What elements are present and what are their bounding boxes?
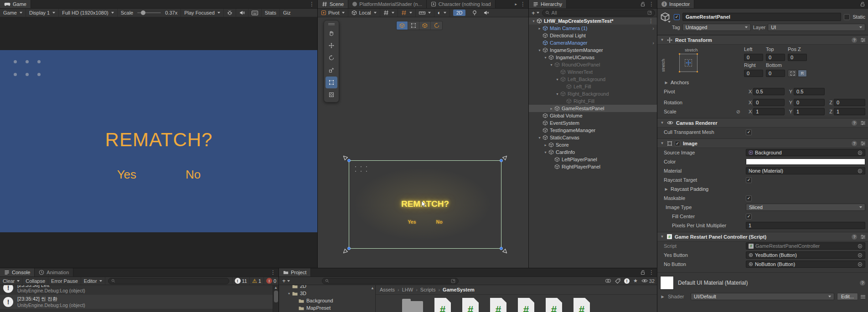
wireframe-mode-button[interactable] [419,21,431,30]
scale-y-field[interactable]: 1 [794,108,825,115]
rotation-z-field[interactable]: 0 [834,99,865,106]
prefab-open-chevron-icon[interactable]: › [652,26,656,31]
lock-icon[interactable] [640,1,646,7]
move-tool[interactable] [326,40,337,51]
hand-tool[interactable] [326,27,337,39]
mute-audio-button[interactable] [236,9,248,17]
expand-arrow-icon[interactable]: ▸ [548,107,554,111]
corner-handle[interactable] [500,159,503,162]
shader-menu-icon[interactable] [861,295,865,298]
toggle-2d-button[interactable]: 2D [450,9,469,17]
grid-visibility-dropdown[interactable] [380,9,398,17]
hierarchy-item-right-fill[interactable]: Right_Fill [529,97,657,105]
maskable-checkbox[interactable]: ✓ [746,195,752,201]
rotate-tool[interactable] [326,52,337,64]
game-menu-icon[interactable]: ⋮ [309,1,315,7]
folder-asset-icon[interactable] [402,301,423,312]
open-search-window-icon[interactable] [451,279,455,283]
corner-handle[interactable] [347,247,351,250]
breadcrumb-lhw[interactable]: LHW [402,287,413,292]
help-icon[interactable]: ? [852,120,857,126]
cull-transparent-mesh-checkbox[interactable]: ✓ [746,129,752,135]
static-checkbox[interactable] [844,14,850,20]
folder-item-map-preset[interactable]: MapPreset [279,304,375,312]
rotation-y-field[interactable]: 0 [794,99,825,106]
tab-scroll-icon[interactable]: ▸ [515,2,517,6]
scroll-up-icon[interactable]: ▲ [274,286,278,290]
folder-item-2d[interactable]: 2D [279,285,375,290]
scale-tool[interactable] [326,64,337,76]
tab-project[interactable]: Project [279,268,311,276]
shaded-wire-button[interactable] [431,21,442,30]
csharp-script-asset[interactable]: # [434,298,451,312]
csharp-script-asset[interactable]: # [574,298,590,312]
help-icon[interactable]: ? [860,280,865,286]
scene-lighting-button[interactable] [469,9,480,17]
hierarchy-item-right-player-panel[interactable]: RightPlayerPanel [529,163,657,170]
bottom-field[interactable]: 0 [766,70,785,77]
debug-button[interactable] [224,9,236,17]
expand-arrow-icon[interactable]: ▾ [531,19,537,23]
unlinked-scale-icon[interactable]: ⊘ [736,109,740,115]
tab-inspector[interactable]: i Inspector [657,0,694,8]
image-type-dropdown[interactable]: Sliced [746,204,865,211]
csharp-script-asset[interactable]: # [490,298,506,312]
scene-view[interactable]: REMATCH? Yes No [318,17,528,268]
tab-platform-material-shader[interactable]: PlatformMaterialShader (n... [348,0,427,8]
expand-arrow-icon[interactable]: ▾ [542,150,548,154]
left-field[interactable]: 0 [744,54,763,61]
shader-dropdown[interactable]: UI/Default [691,293,834,300]
stats-button[interactable]: Stats [262,9,280,17]
gameobject-name-field[interactable]: GameRestartPanel [682,13,841,21]
pivot-x-field[interactable]: 0.5 [753,88,784,95]
csharp-script-asset[interactable]: # [462,298,479,312]
expand-arrow-icon[interactable]: ▾ [554,77,560,82]
hidden-packages-icon[interactable]: ! [624,278,630,284]
anchor-handle-icon[interactable] [502,248,509,256]
breadcrumb-gamesystem[interactable]: GameSystem [443,287,475,292]
create-object-button[interactable]: + [531,10,540,16]
script-field[interactable]: # GameRestartPanelController [746,242,865,250]
breadcrumb-scripts[interactable]: Scripts [420,287,436,292]
csharp-script-asset[interactable]: # [546,298,562,312]
snap-increment-dropdown[interactable] [416,9,434,17]
project-search-input[interactable] [322,278,459,284]
hierarchy-item-winner-text[interactable]: WinnerText [529,68,657,76]
visibility-counter[interactable]: 32 [641,278,655,284]
tab-scene[interactable]: Scene [318,0,348,8]
raw-edit-mode-button[interactable]: R [798,70,807,77]
image-enabled-checkbox[interactable]: ✓ [675,141,680,146]
transform-tool[interactable] [326,89,337,101]
tab-animation[interactable]: Animation [35,268,73,276]
anchor-handle-icon[interactable] [502,154,509,161]
search-by-label-icon[interactable] [615,278,620,284]
log-entry[interactable]: ! [23:35:42] 씬 전환UnityEngine.Debug:Log (… [0,295,273,309]
hierarchy-item-ingame-ui-canvas[interactable]: ▾IngameUICanvas [529,54,657,61]
expand-arrow-icon[interactable]: ▾ [286,292,292,296]
ppu-field[interactable]: 1 [746,222,865,229]
hierarchy-item-score[interactable]: ▸Score [529,141,657,148]
resolution-dropdown[interactable]: Full HD (1920x1080) [59,9,118,17]
image-header[interactable]: ▼ ✓ Image ? [657,139,868,148]
create-asset-button[interactable]: + [281,277,291,284]
foldout-icon[interactable]: ▼ [660,141,665,145]
lock-icon[interactable] [860,1,865,7]
hierarchy-item-static-canvas[interactable]: ▾StaticCanvas [529,134,657,141]
csharp-script-asset[interactable]: # [518,298,534,312]
game-mode-dropdown[interactable]: Game [0,9,26,17]
help-icon[interactable]: ? [852,37,857,43]
rect-mode-button[interactable] [408,21,419,30]
help-icon[interactable]: ? [852,141,857,146]
log-count-toggle[interactable]: !11 [232,277,249,285]
presets-icon[interactable] [860,141,866,146]
tag-dropdown[interactable]: Untagged [682,24,751,31]
expand-arrow-icon[interactable]: ▾ [548,63,554,67]
expand-arrow-icon[interactable]: ▾ [537,48,542,52]
presets-icon[interactable] [860,37,866,43]
local-dropdown[interactable]: Local [348,9,380,17]
prefab-open-chevron-icon[interactable]: › [652,40,656,46]
foldout-icon[interactable]: ▶ [660,295,665,299]
folder-item-3d[interactable]: ▾3D [279,290,375,297]
pivot-dropdown[interactable]: Pivot [318,9,348,17]
object-picker-icon[interactable] [858,169,863,174]
